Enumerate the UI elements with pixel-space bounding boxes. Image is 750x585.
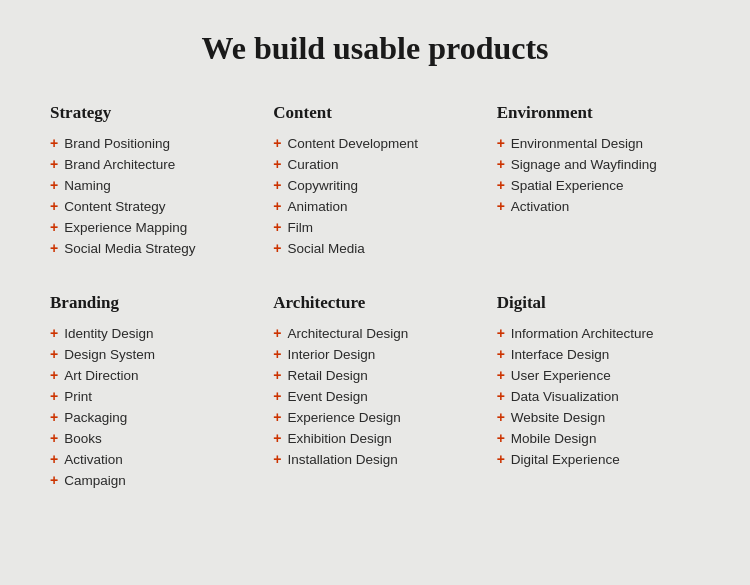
- plus-icon: +: [273, 430, 281, 446]
- item-label: Content Strategy: [64, 199, 165, 214]
- item-label: Data Visualization: [511, 389, 619, 404]
- plus-icon: +: [273, 367, 281, 383]
- list-item: +Design System: [50, 346, 253, 362]
- section-environment: Environment+Environmental Design+Signage…: [497, 103, 700, 261]
- item-label: Books: [64, 431, 102, 446]
- list-item: +Digital Experience: [497, 451, 700, 467]
- plus-icon: +: [497, 451, 505, 467]
- plus-icon: +: [273, 388, 281, 404]
- plus-icon: +: [273, 409, 281, 425]
- item-label: Spatial Experience: [511, 178, 624, 193]
- section-title-branding: Branding: [50, 293, 253, 313]
- plus-icon: +: [497, 346, 505, 362]
- section-content: Content+Content Development+Curation+Cop…: [273, 103, 476, 261]
- item-label: Interface Design: [511, 347, 609, 362]
- list-item: +Identity Design: [50, 325, 253, 341]
- list-item: +Spatial Experience: [497, 177, 700, 193]
- item-list-branding: +Identity Design+Design System+Art Direc…: [50, 325, 253, 488]
- item-label: Installation Design: [288, 452, 398, 467]
- plus-icon: +: [273, 451, 281, 467]
- item-label: Identity Design: [64, 326, 153, 341]
- item-label: Art Direction: [64, 368, 138, 383]
- list-item: +Curation: [273, 156, 476, 172]
- list-item: +Experience Mapping: [50, 219, 253, 235]
- list-item: +Interface Design: [497, 346, 700, 362]
- list-item: +Mobile Design: [497, 430, 700, 446]
- section-digital: Digital+Information Architecture+Interfa…: [497, 293, 700, 493]
- item-label: Curation: [288, 157, 339, 172]
- section-strategy: Strategy+Brand Positioning+Brand Archite…: [50, 103, 253, 261]
- list-item: +Art Direction: [50, 367, 253, 383]
- item-label: Architectural Design: [288, 326, 409, 341]
- plus-icon: +: [497, 430, 505, 446]
- plus-icon: +: [273, 219, 281, 235]
- services-grid: Strategy+Brand Positioning+Brand Archite…: [50, 103, 700, 493]
- item-label: Design System: [64, 347, 155, 362]
- item-label: Signage and Wayfinding: [511, 157, 657, 172]
- plus-icon: +: [50, 135, 58, 151]
- list-item: +Event Design: [273, 388, 476, 404]
- plus-icon: +: [497, 388, 505, 404]
- plus-icon: +: [50, 430, 58, 446]
- plus-icon: +: [50, 451, 58, 467]
- item-label: Interior Design: [288, 347, 376, 362]
- list-item: +Exhibition Design: [273, 430, 476, 446]
- item-label: Packaging: [64, 410, 127, 425]
- plus-icon: +: [273, 346, 281, 362]
- item-label: Experience Mapping: [64, 220, 187, 235]
- list-item: +Activation: [497, 198, 700, 214]
- list-item: +Content Development: [273, 135, 476, 151]
- section-title-architecture: Architecture: [273, 293, 476, 313]
- list-item: +Environmental Design: [497, 135, 700, 151]
- list-item: +Copywriting: [273, 177, 476, 193]
- section-title-content: Content: [273, 103, 476, 123]
- plus-icon: +: [50, 156, 58, 172]
- plus-icon: +: [50, 198, 58, 214]
- plus-icon: +: [50, 219, 58, 235]
- plus-icon: +: [497, 135, 505, 151]
- item-label: Copywriting: [288, 178, 359, 193]
- plus-icon: +: [273, 156, 281, 172]
- list-item: +Installation Design: [273, 451, 476, 467]
- list-item: +User Experience: [497, 367, 700, 383]
- section-title-digital: Digital: [497, 293, 700, 313]
- plus-icon: +: [50, 367, 58, 383]
- list-item: +Books: [50, 430, 253, 446]
- plus-icon: +: [497, 409, 505, 425]
- item-label: Brand Architecture: [64, 157, 175, 172]
- plus-icon: +: [497, 177, 505, 193]
- item-label: Film: [288, 220, 314, 235]
- plus-icon: +: [50, 409, 58, 425]
- list-item: +Information Architecture: [497, 325, 700, 341]
- item-label: Activation: [64, 452, 123, 467]
- plus-icon: +: [497, 156, 505, 172]
- plus-icon: +: [50, 472, 58, 488]
- item-label: Experience Design: [288, 410, 401, 425]
- plus-icon: +: [273, 135, 281, 151]
- item-label: Animation: [288, 199, 348, 214]
- plus-icon: +: [497, 325, 505, 341]
- item-label: Environmental Design: [511, 136, 643, 151]
- list-item: +Architectural Design: [273, 325, 476, 341]
- list-item: +Website Design: [497, 409, 700, 425]
- list-item: +Content Strategy: [50, 198, 253, 214]
- list-item: +Experience Design: [273, 409, 476, 425]
- list-item: +Activation: [50, 451, 253, 467]
- item-label: Information Architecture: [511, 326, 654, 341]
- list-item: +Data Visualization: [497, 388, 700, 404]
- plus-icon: +: [273, 240, 281, 256]
- item-label: Mobile Design: [511, 431, 597, 446]
- list-item: +Signage and Wayfinding: [497, 156, 700, 172]
- item-label: Brand Positioning: [64, 136, 170, 151]
- item-label: Website Design: [511, 410, 605, 425]
- list-item: +Packaging: [50, 409, 253, 425]
- item-label: Digital Experience: [511, 452, 620, 467]
- list-item: +Interior Design: [273, 346, 476, 362]
- item-list-environment: +Environmental Design+Signage and Wayfin…: [497, 135, 700, 214]
- list-item: +Animation: [273, 198, 476, 214]
- page-title: We build usable products: [50, 30, 700, 67]
- plus-icon: +: [50, 388, 58, 404]
- item-label: Event Design: [288, 389, 368, 404]
- list-item: +Social Media: [273, 240, 476, 256]
- item-label: Print: [64, 389, 92, 404]
